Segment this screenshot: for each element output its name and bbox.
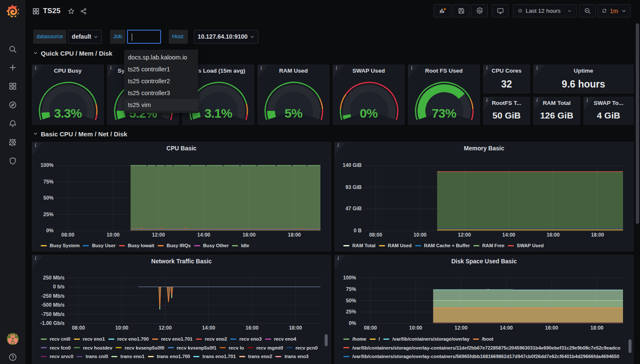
user-avatar[interactable] [0,332,25,346]
legend-item[interactable]: recv eno4 [265,336,296,341]
dashboard-title[interactable]: TS25 [43,7,60,15]
sidebar-server-admin-icon[interactable] [0,152,25,170]
job-variable-input[interactable] [127,30,161,44]
job-option[interactable]: ts25 controller2 [124,75,198,87]
sidebar-create-icon[interactable] [0,58,25,77]
legend-item[interactable]: RAM Cache + Buffer [415,243,470,248]
job-option[interactable]: ts25 controller1 [124,63,198,75]
page-scrollbar[interactable] [636,23,639,224]
legend-item[interactable]: Busy Other [194,243,229,248]
legend-item[interactable]: /home [343,336,366,341]
add-panel-button[interactable] [433,4,451,17]
add-panel-icon [439,7,446,14]
sidebar-explore-icon[interactable] [0,96,25,114]
star-icon[interactable] [68,8,75,15]
legend-color-dash [196,339,202,340]
svg-text:0 b/s: 0 b/s [53,284,65,290]
legend-item[interactable]: recv eno3 [230,336,261,341]
stat-panel[interactable]: iRootFS T...50 GiB [483,97,530,125]
sidebar-configuration-icon[interactable] [0,133,25,152]
legend-item[interactable]: recv eno1.701 [152,336,193,341]
dashboard-settings-button[interactable] [471,4,488,17]
gauge-panel[interactable]: iRoot FS Used73% [408,65,480,125]
legend-item[interactable]: recv pcn0 [286,345,317,350]
host-variable-label: Host: [169,30,188,44]
gauge-panel[interactable]: iCPU Busy3.3% [32,65,104,125]
legend-item[interactable]: trans eno1 [111,354,144,359]
tv-mode-button[interactable] [492,4,509,17]
legend-item[interactable]: RAM Free [473,243,504,248]
grafana-logo[interactable] [0,3,25,20]
legend-item[interactable]: trans eno2 [239,354,272,359]
svg-text:18:00: 18:00 [289,325,302,331]
legend-color-dash [473,339,479,340]
legend-item[interactable]: trans eno3 [275,354,309,359]
legend-item[interactable]: recv srvc0 [41,354,73,359]
save-dashboard-button[interactable] [453,4,470,17]
legend-color-dash [473,245,479,246]
legend-item[interactable]: Busy Iowait [119,243,154,248]
gauge-panel[interactable]: iSWAP Used0% [333,65,405,125]
legend-item[interactable]: /var/lib/containers/storage/overlay [383,336,470,341]
legend-item[interactable]: recv eno1 [74,336,105,341]
legend-item[interactable]: recv kvsenp5s0f0 [116,345,164,350]
legend-item[interactable]: recv mgmt0 [247,345,283,350]
legend-color-dash [275,356,281,357]
legend-item[interactable]: recv kvsenp5s0f1 [168,345,216,350]
legend-item[interactable]: recv fcn0 [41,345,71,350]
time-range-picker[interactable]: Last 12 hours [513,4,577,17]
legend-item[interactable]: recv lo [220,345,244,350]
sidebar-dashboards-icon[interactable] [0,77,25,96]
legend-item[interactable]: SWAP Used [508,243,544,248]
legend-item[interactable]: trans cni0 [76,354,108,359]
legend-item[interactable]: /boot [473,336,493,341]
share-icon[interactable] [80,8,87,15]
graph-panel[interactable]: iNetwork Traffic Basic250 Mb/s0 b/s-250 … [32,255,331,364]
legend-item[interactable]: /var/lib/containers/storage/overlay-cont… [343,354,619,359]
graph-panel[interactable]: iMemory Basic0 B47 GiB93 GiB140 GiB08:00… [334,142,634,251]
stat-panel[interactable]: iSWAP To...4 GiB [583,97,634,125]
stat-panel[interactable]: iUptime9.6 hours [533,65,634,93]
legend-color-dash [286,347,292,348]
job-option[interactable]: ts25 controller3 [124,87,198,99]
svg-text:50%: 50% [43,195,54,201]
legend-item[interactable]: trans eno1.701 [193,354,235,359]
legend-item[interactable]: trans eno1.700 [148,354,190,359]
graph-panel[interactable]: iCPU Basic0%25%50%75%100%08:0010:0012:00… [32,142,331,251]
refresh-picker[interactable]: 1m [598,4,631,17]
stat-panel[interactable]: iRAM Total126 GiB [533,97,580,125]
legend-item[interactable]: recv eno2 [196,336,227,341]
datasource-variable-value[interactable]: default [68,30,102,44]
legend-item[interactable]: /var/lib/containers/storage/overlay-cont… [343,345,620,350]
dashboard-grid-icon[interactable] [32,8,40,15]
host-variable-value[interactable]: 10.127.64.10:9100 [194,30,258,44]
stat-panel[interactable]: iCPU Cores32 [483,65,530,93]
legend-item[interactable]: RAM Used [379,243,412,248]
gauge-panel[interactable]: iRAM Used5% [258,65,329,125]
svg-text:12:00: 12:00 [458,232,471,238]
legend-item[interactable]: recv hostdev [74,345,112,350]
legend-item[interactable]: recv cni0 [41,336,71,341]
section-header[interactable]: Basic CPU / Mem / Net / Disk [33,130,127,138]
gauge-value: 0% [333,106,404,121]
legend-scrollbar[interactable] [325,334,328,346]
legend-color-dash [111,356,117,357]
legend-item[interactable]: recv eno1.700 [108,336,149,341]
legend-item[interactable]: Idle [232,243,249,248]
legend-item[interactable]: Busy System [41,243,79,248]
legend-item[interactable]: RAM Total [343,243,376,248]
job-option[interactable]: ts25 vim [124,99,198,111]
job-option[interactable]: docs.sp.lab.kaloom.io [124,51,198,63]
help-icon[interactable] [0,351,25,363]
svg-text:18:00: 18:00 [591,232,604,238]
sidebar-search-icon[interactable] [0,40,25,59]
legend-item[interactable]: / [370,336,380,341]
legend-scrollbar[interactable] [629,339,632,353]
graph-panel[interactable]: iDisk Space Used Basic0%25%50%75%100%08:… [334,255,634,364]
section-header[interactable]: Quick CPU / Mem / Disk [33,49,112,57]
zoom-out-button[interactable] [579,4,596,17]
legend-item[interactable]: Busy IRQs [158,243,191,248]
legend-item[interactable]: Busy User [83,243,115,248]
sidebar-alerting-icon[interactable] [0,114,25,133]
legend-color-dash [83,245,89,246]
